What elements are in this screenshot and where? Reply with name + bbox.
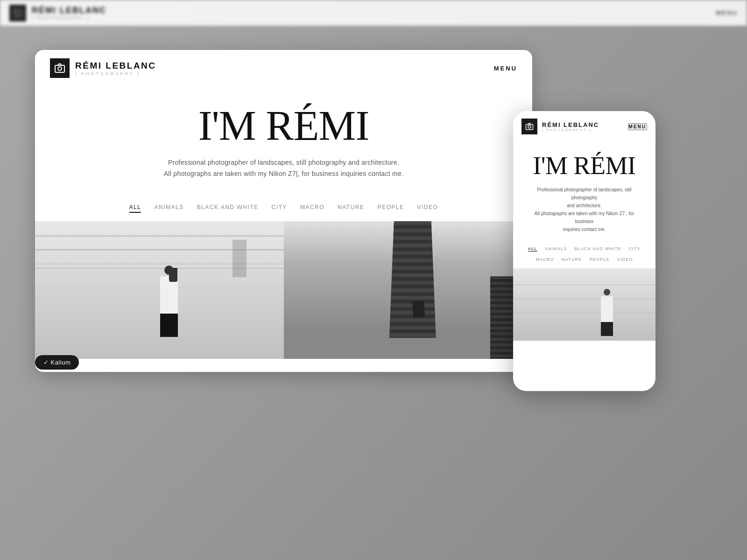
desktop-hero: I'M RÉMI Professional photographer of la… <box>35 86 532 189</box>
mobile-brand-text: RÉMI LEBLANC [ PHOTOGRAPHY ] <box>542 121 599 132</box>
filter-nature[interactable]: NATURE <box>338 204 364 213</box>
hero-subtitle-line2: All photographs are taken with my Nikon … <box>164 170 404 177</box>
mobile-header: RÉMI LEBLANC [ PHOTOGRAPHY ] MENU <box>513 111 655 142</box>
mobile-hero: I'M RÉMI Professional photographer of la… <box>513 142 655 238</box>
mobile-menu-button[interactable]: MENU <box>628 123 647 130</box>
mobile-filter-animals[interactable]: ANIMALS <box>545 246 567 252</box>
photo-subway-woman <box>35 221 284 359</box>
bg-brand-name: RÉMI LEBLANC <box>32 6 106 15</box>
mobile-sub-2: and architecture. <box>567 203 602 208</box>
brand-tagline: [ PHOTOGRAPHY ] <box>75 71 156 76</box>
filter-all[interactable]: ALL <box>129 204 141 213</box>
hero-title: I'M RÉMI <box>44 105 523 147</box>
logo-container: RÉMI LEBLANC [ PHOTOGRAPHY ] <box>50 58 156 78</box>
filter-black-white[interactable]: BLACK AND WHITE <box>197 204 259 213</box>
mobile-hero-title: I'M RÉMI <box>521 151 648 180</box>
building-bg <box>284 221 533 359</box>
mobile-filter-all[interactable]: ALL <box>528 246 537 252</box>
background-header: ⬛ RÉMI LEBLANC [ PHOTOGRAPHY ] MENU <box>0 0 747 26</box>
filter-people[interactable]: PEOPLE <box>378 204 404 213</box>
building-accent <box>412 301 425 318</box>
svg-point-3 <box>528 126 531 128</box>
hero-subtitle-line1: Professional photographer of landscapes,… <box>168 159 399 166</box>
mobile-woman-figure <box>601 289 613 336</box>
m-line-2 <box>513 299 655 299</box>
filter-macro[interactable]: MACRO <box>300 204 324 213</box>
mobile-filter-people[interactable]: PEOPLE <box>589 257 609 262</box>
brand-name: RÉMI LEBLANC <box>75 61 156 71</box>
svg-point-1 <box>58 67 62 70</box>
bg-brand-tagline: [ PHOTOGRAPHY ] <box>32 15 106 20</box>
m-line-3 <box>513 313 655 313</box>
mobile-filter-video[interactable]: VIDEO <box>617 257 633 262</box>
woman-figure <box>153 266 185 340</box>
brand-text: RÉMI LEBLANC [ PHOTOGRAPHY ] <box>75 61 156 76</box>
photo-grid <box>35 221 532 359</box>
m-line-1 <box>513 285 655 285</box>
mobile-woman-body <box>601 296 613 322</box>
mobile-sub-1: Professional photographer of landscapes,… <box>537 187 632 200</box>
filter-video[interactable]: VIDEO <box>417 204 438 213</box>
mobile-filter-city[interactable]: CITY <box>629 246 641 252</box>
mobile-photo <box>513 268 655 341</box>
mobile-hero-subtitle: Professional photographer of landscapes,… <box>521 186 648 233</box>
mobile-filter-nature[interactable]: NATURE <box>562 257 582 262</box>
mobile-filter-macro[interactable]: MACRO <box>536 257 554 262</box>
bg-brand-info: RÉMI LEBLANC [ PHOTOGRAPHY ] <box>32 6 106 20</box>
bg-menu-label: MENU <box>716 9 738 16</box>
mobile-filter-nav: ALL ANIMALS BLACK AND WHITE CITY MACRO N… <box>513 246 655 262</box>
photo-building <box>284 221 533 359</box>
subway-bg <box>35 221 284 359</box>
mobile-logo-box <box>521 119 537 134</box>
desktop-card: RÉMI LEBLANC [ PHOTOGRAPHY ] MENU I'M RÉ… <box>35 50 532 372</box>
mobile-woman-head <box>604 289 610 295</box>
hero-subtitle: Professional photographer of landscapes,… <box>44 157 523 180</box>
woman-body <box>160 276 178 314</box>
filter-nav: ALL ANIMALS BLACK AND WHITE CITY MACRO N… <box>35 204 532 213</box>
bg-figure <box>233 240 247 277</box>
woman-hair <box>169 268 177 282</box>
desktop-header: RÉMI LEBLANC [ PHOTOGRAPHY ] MENU <box>35 50 532 86</box>
camera-icon <box>54 63 65 74</box>
mobile-woman-legs <box>601 322 613 336</box>
kalium-badge: ✓ Kalium <box>35 355 79 370</box>
subway-line-1 <box>35 249 284 250</box>
mobile-photo-inner <box>513 268 655 341</box>
mobile-camera-icon <box>525 122 534 131</box>
mobile-sub-4: inquiries contact me. <box>563 227 606 232</box>
bg-camera-icon: ⬛ <box>13 8 23 18</box>
mobile-brand-name: RÉMI LEBLANC <box>542 121 599 128</box>
logo-box <box>50 58 70 78</box>
woman-head <box>164 266 174 275</box>
filter-animals[interactable]: ANIMALS <box>154 204 183 213</box>
bg-logo-box: ⬛ <box>9 5 26 21</box>
mobile-card: RÉMI LEBLANC [ PHOTOGRAPHY ] MENU I'M RÉ… <box>513 111 655 391</box>
building-main <box>389 221 436 338</box>
mobile-filter-bw[interactable]: BLACK AND WHITE <box>575 246 621 252</box>
mobile-brand-tagline: [ PHOTOGRAPHY ] <box>542 128 599 132</box>
woman-pants <box>160 314 178 337</box>
menu-button[interactable]: MENU <box>494 65 517 72</box>
mobile-sub-3: All photographs are taken with my Nikon … <box>535 211 634 224</box>
filter-city[interactable]: CITY <box>272 204 287 213</box>
